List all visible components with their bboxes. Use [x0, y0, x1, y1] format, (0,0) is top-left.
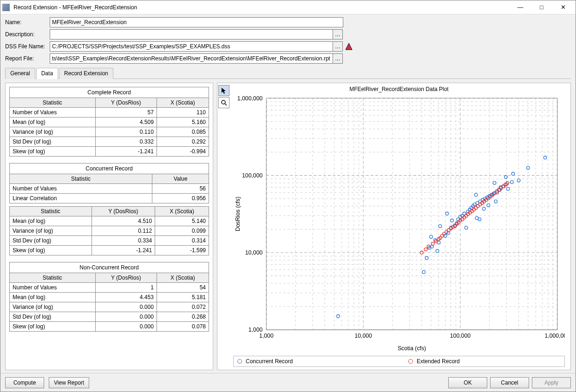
legend-marker-extended: [408, 359, 413, 364]
svg-point-111: [494, 200, 497, 203]
plot-triangle-icon[interactable]: [345, 42, 353, 51]
table-row: Mean (of log)4.4535.181: [10, 293, 209, 302]
plot-title: MFEelRiver_RecordExtension Data Plot: [233, 86, 565, 92]
table-row: Mean (of log)4.5105.140: [10, 216, 209, 226]
nonconcurrent-record-title: Non-Concurrent Record: [9, 262, 209, 273]
svg-point-72: [425, 256, 428, 260]
plot-panel: MFEelRiver_RecordExtension Data Plot 1,0…: [217, 83, 571, 370]
legend-label-extended: Extended Record: [417, 358, 460, 365]
concurrent-record-table-summary: Statistic Value Number of Values56Linear…: [9, 174, 209, 203]
svg-point-125: [424, 248, 427, 251]
table-row: Mean (of log)4.5095.160: [10, 118, 209, 127]
stats-panel: Complete Record Statistic Y (DosRios) X …: [5, 83, 213, 370]
report-file-label: Report File:: [5, 55, 50, 62]
svg-marker-0: [346, 43, 352, 50]
plot-toolstrip: [218, 84, 231, 369]
dss-file-browse-button[interactable]: …: [333, 41, 343, 52]
svg-text:100,000: 100,000: [242, 172, 262, 179]
table-row: Linear Correlation0.956: [10, 194, 209, 203]
svg-text:1,000: 1,000: [249, 327, 263, 333]
table-row: Number of Values154: [10, 283, 209, 293]
legend-marker-concurrent: [237, 359, 242, 364]
svg-point-118: [506, 187, 510, 190]
svg-text:1,000,000: 1,000,000: [544, 333, 565, 339]
description-input[interactable]: [50, 29, 333, 39]
legend-label-concurrent: Concurrent Record: [246, 358, 293, 365]
svg-point-116: [504, 176, 508, 179]
svg-point-106: [487, 204, 490, 207]
svg-point-119: [511, 181, 514, 184]
svg-text:1,000: 1,000: [259, 333, 274, 339]
table-row: Std Dev (of log)0.3340.314: [10, 236, 209, 246]
table-row: Variance (of log)0.1120.099: [10, 226, 209, 236]
table-row: Std Dev (of log)0.3320.292: [10, 137, 209, 147]
svg-point-100: [478, 218, 481, 221]
window-title: Record Extension - MFEelRiver_RecordExte…: [13, 4, 137, 11]
description-label: Description:: [5, 31, 50, 38]
bottom-bar: Compute View Report OK Cancel Apply: [0, 373, 576, 392]
svg-point-1: [222, 100, 225, 104]
report-file-browse-button[interactable]: …: [333, 53, 343, 64]
complete-record-title: Complete Record: [9, 87, 209, 98]
form-area: Name: Description: … DSS File Name: … Re…: [0, 14, 576, 67]
ok-button[interactable]: OK: [448, 377, 487, 388]
concurrent-record-title: Concurrent Record: [9, 163, 209, 174]
svg-point-79: [439, 225, 442, 228]
svg-point-97: [474, 193, 478, 196]
maximize-button[interactable]: □: [531, 0, 552, 14]
minimize-button[interactable]: ―: [510, 0, 531, 14]
plot-legend: Concurrent Record Extended Record: [233, 356, 565, 367]
description-ellipsis-button[interactable]: …: [333, 29, 343, 39]
svg-text:Scotia (cfs): Scotia (cfs): [398, 345, 426, 352]
table-row: Skew (of log)0.0000.078: [10, 322, 209, 332]
svg-point-150: [478, 203, 482, 206]
svg-text:10,000: 10,000: [245, 249, 263, 256]
pointer-tool[interactable]: [218, 85, 229, 96]
svg-point-81: [445, 212, 449, 216]
table-row: Number of Values56: [10, 184, 209, 194]
svg-text:100,000: 100,000: [450, 333, 471, 339]
zoom-tool[interactable]: [218, 97, 229, 108]
dss-file-input[interactable]: [50, 41, 333, 52]
dss-file-label: DSS File Name:: [5, 43, 50, 50]
name-label: Name:: [5, 19, 50, 26]
table-row: Skew (of log)-1.241-0.994: [10, 147, 209, 157]
svg-point-103: [482, 207, 485, 210]
svg-point-71: [422, 270, 425, 274]
table-row: Variance (of log)0.1100.085: [10, 127, 209, 137]
svg-line-2: [225, 104, 227, 105]
svg-point-91: [465, 226, 468, 229]
svg-point-123: [543, 156, 547, 159]
table-row: Skew (of log)-1.241-1.599: [10, 246, 209, 255]
nonconcurrent-record-table: Statistic Y (DosRios) X (Scotia) Number …: [9, 273, 209, 332]
titlebar[interactable]: Record Extension - MFEelRiver_RecordExte…: [0, 0, 576, 14]
tab-strip: General Data Record Extension: [0, 67, 576, 78]
tab-general[interactable]: General: [5, 68, 35, 79]
cancel-button[interactable]: Cancel: [490, 377, 529, 388]
record-extension-window: Record Extension - MFEelRiver_RecordExte…: [0, 0, 576, 392]
table-row: Variance (of log)0.0000.072: [10, 302, 209, 312]
close-button[interactable]: ✕: [552, 0, 574, 14]
scatter-plot[interactable]: 1,00010,000100,0001,000,0001,00010,00010…: [233, 93, 565, 354]
compute-button[interactable]: Compute: [5, 377, 44, 388]
tab-data[interactable]: Data: [36, 68, 58, 79]
svg-text:10,000: 10,000: [354, 333, 372, 339]
concurrent-record-table-stats: Statistic Y (DosRios) X (Scotia) Mean (o…: [9, 206, 209, 255]
name-input[interactable]: [50, 17, 343, 27]
complete-record-table: Statistic Y (DosRios) X (Scotia) Number …: [9, 98, 209, 157]
tab-record-extension[interactable]: Record Extension: [59, 68, 113, 79]
table-row: Std Dev (of log)0.0000.268: [10, 312, 209, 322]
report-file-input[interactable]: [50, 53, 333, 64]
svg-text:1,000,000: 1,000,000: [237, 95, 263, 101]
table-row: Number of Values57110: [10, 108, 209, 118]
svg-rect-3: [266, 98, 557, 330]
apply-button[interactable]: Apply: [532, 377, 571, 388]
svg-point-142: [463, 216, 466, 219]
svg-text:DosRios (cfs): DosRios (cfs): [235, 196, 241, 231]
svg-point-120: [511, 172, 515, 176]
svg-point-75: [436, 249, 439, 253]
svg-point-70: [337, 314, 340, 318]
svg-point-148: [474, 206, 478, 209]
view-report-button[interactable]: View Report: [49, 377, 89, 388]
app-icon: [2, 4, 10, 11]
